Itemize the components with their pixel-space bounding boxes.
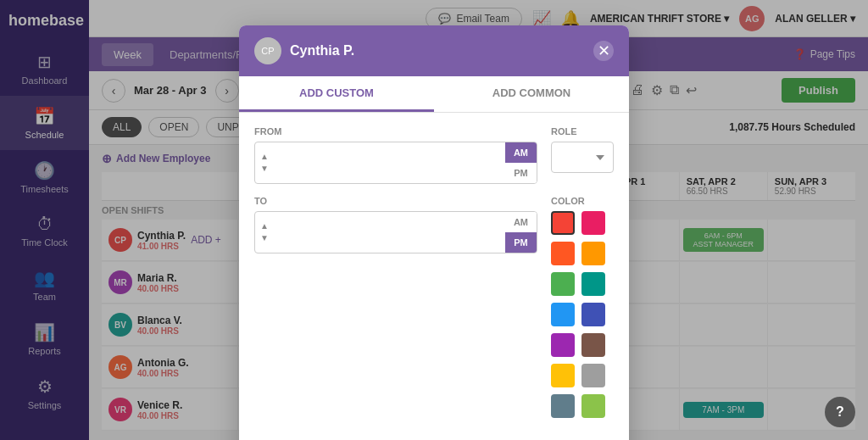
time-role-row: FROM ▲ ▼ 09:00 AM PM	[254, 126, 614, 184]
to-time-input: ▲ ▼ 05:00 AM PM	[254, 211, 537, 253]
color-option-2[interactable]	[551, 242, 575, 265]
modal-header: CP Cynthia P. ✕	[239, 25, 629, 76]
from-am-button[interactable]: AM	[505, 142, 537, 163]
color-option-0[interactable]	[551, 211, 575, 235]
modal-title: Cynthia P.	[290, 43, 585, 58]
from-up-arrow[interactable]: ▲	[260, 151, 269, 163]
color-row	[551, 211, 614, 418]
color-option-10[interactable]	[551, 364, 575, 387]
from-label: FROM	[254, 126, 537, 136]
to-ampm: AM PM	[505, 212, 537, 253]
modal-overlay: CP Cynthia P. ✕ ADD CUSTOM ADD COMMON FR…	[0, 0, 868, 440]
from-group: FROM ▲ ▼ 09:00 AM PM	[254, 126, 537, 184]
color-option-6[interactable]	[551, 303, 575, 326]
to-arrows: ▲ ▼	[255, 220, 274, 244]
color-option-11[interactable]	[581, 364, 605, 387]
role-select[interactable]	[551, 142, 614, 173]
color-option-1[interactable]	[581, 211, 605, 235]
from-pm-button[interactable]: PM	[505, 163, 537, 183]
close-button[interactable]: ✕	[593, 41, 614, 61]
to-pm-button[interactable]: PM	[505, 232, 537, 253]
from-time-value[interactable]: 09:00	[274, 147, 505, 180]
to-label: TO	[254, 196, 537, 206]
color-option-9[interactable]	[581, 333, 605, 357]
role-group: ROLE	[551, 126, 614, 184]
color-option-13[interactable]	[581, 394, 605, 418]
from-time-input: ▲ ▼ 09:00 AM PM	[254, 142, 537, 184]
to-color-row: TO ▲ ▼ 05:00 AM PM CO	[254, 196, 614, 430]
help-button[interactable]: ?	[825, 397, 855, 427]
from-down-arrow[interactable]: ▼	[260, 163, 269, 175]
color-option-5[interactable]	[581, 272, 605, 296]
to-am-button[interactable]: AM	[505, 212, 537, 232]
modal-tabs: ADD CUSTOM ADD COMMON	[239, 76, 629, 113]
color-option-4[interactable]	[551, 272, 575, 296]
from-ampm: AM PM	[505, 142, 537, 183]
to-group: TO ▲ ▼ 05:00 AM PM	[254, 196, 537, 430]
to-up-arrow[interactable]: ▲	[260, 220, 269, 232]
color-option-8[interactable]	[551, 333, 575, 357]
modal-body: FROM ▲ ▼ 09:00 AM PM	[239, 113, 629, 440]
to-down-arrow[interactable]: ▼	[260, 232, 269, 244]
add-shift-modal: CP Cynthia P. ✕ ADD CUSTOM ADD COMMON FR…	[239, 25, 629, 440]
tab-add-custom[interactable]: ADD CUSTOM	[239, 76, 434, 112]
tab-add-common[interactable]: ADD COMMON	[434, 76, 629, 112]
color-label: COLOR	[551, 196, 614, 206]
modal-avatar: CP	[254, 37, 281, 64]
color-option-7[interactable]	[581, 303, 605, 326]
color-option-3[interactable]	[581, 242, 605, 265]
color-group: COLOR	[551, 196, 614, 418]
to-time-value[interactable]: 05:00	[274, 216, 505, 249]
role-label: ROLE	[551, 126, 614, 136]
color-option-12[interactable]	[551, 394, 575, 418]
from-arrows: ▲ ▼	[255, 151, 274, 175]
